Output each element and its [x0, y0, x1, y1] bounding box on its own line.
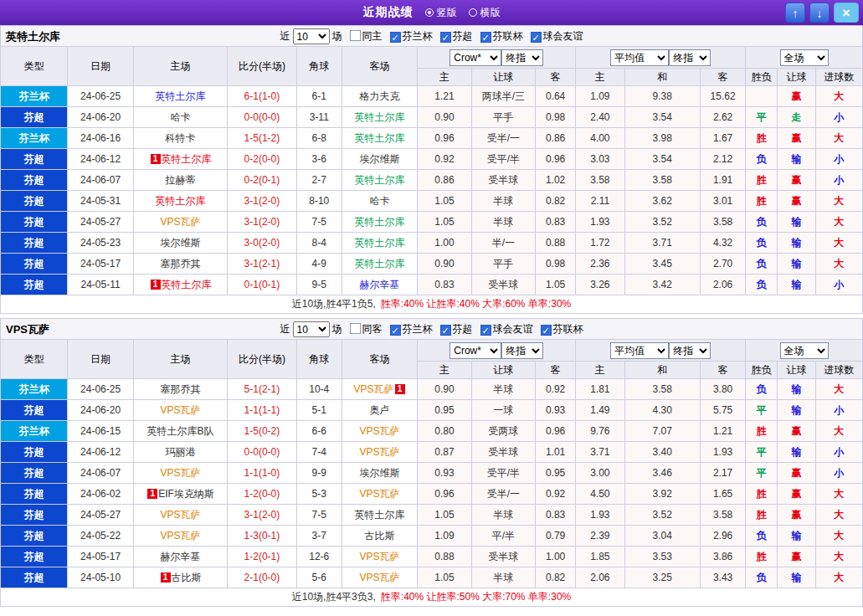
checkbox-checked-icon[interactable]: ✓ — [390, 32, 401, 43]
filter-checkbox-item[interactable]: ✓芬联杯 — [533, 323, 583, 335]
home-team-cell[interactable]: 赫尔辛基 — [133, 547, 228, 567]
crown-handicap: 受半球 — [471, 442, 535, 463]
crown-handicap: 受半球 — [471, 547, 535, 567]
close-button[interactable]: × — [834, 3, 859, 23]
euro-draw-odds: 3.58 — [624, 379, 700, 400]
home-team-cell[interactable]: 玛丽港 — [133, 442, 228, 463]
checkbox-unchecked-icon[interactable] — [350, 30, 361, 41]
filter-checkbox-label: 芬兰杯 — [403, 323, 433, 335]
home-team-cell[interactable]: 1古比斯 — [133, 567, 228, 588]
away-team-cell[interactable]: VPS瓦萨 — [342, 547, 417, 567]
away-team-cell[interactable]: VPS瓦萨 — [342, 442, 417, 463]
checkbox-checked-icon[interactable]: ✓ — [480, 32, 491, 43]
checkbox-checked-icon[interactable]: ✓ — [480, 325, 491, 336]
home-team-cell[interactable]: VPS瓦萨 — [133, 505, 228, 526]
result-cell: 负 — [746, 379, 778, 400]
euro-home-odds: 2.36 — [576, 254, 624, 275]
average-odds-select[interactable]: 平均值 — [610, 49, 669, 66]
checkbox-checked-icon[interactable]: ✓ — [440, 32, 451, 43]
filter-checkbox-item[interactable]: ✓芬联杯 — [473, 30, 523, 42]
home-team-cell[interactable]: 塞那乔其 — [133, 254, 228, 275]
home-team-cell[interactable]: VPS瓦萨 — [133, 212, 228, 233]
euro-stage-select[interactable]: 终指 — [669, 49, 711, 66]
home-team-cell[interactable]: 拉赫蒂 — [133, 170, 228, 191]
away-team-cell[interactable]: 英特土尔库 — [342, 107, 417, 128]
result-cell: 负 — [746, 275, 778, 295]
scroll-down-button[interactable]: ↓ — [809, 3, 830, 23]
titlebar: 近期战绩 竖版 横版 ↑ ↓ × — [0, 0, 863, 25]
checkbox-unchecked-icon[interactable] — [350, 323, 361, 334]
checkbox-checked-icon[interactable]: ✓ — [390, 325, 401, 336]
home-team-cell[interactable]: 埃尔维斯 — [133, 233, 228, 254]
away-team-cell[interactable]: VPS瓦萨 — [342, 567, 417, 588]
away-team-cell[interactable]: 英特土尔库 — [342, 233, 417, 254]
home-team-cell[interactable]: 塞那乔其 — [133, 379, 228, 400]
match-row: 芬超24-06-07VPS瓦萨1-1(1-0)9-9埃尔维斯0.93受平/半0.… — [1, 463, 863, 484]
crown-handicap: 半球 — [471, 379, 535, 400]
euro-home-odds: 2.11 — [576, 191, 624, 212]
filter-checkbox-item[interactable]: ✓芬超 — [433, 30, 473, 42]
away-team-cell[interactable]: 英特土尔库 — [342, 254, 417, 275]
sub-header-result: 胜负 — [746, 362, 778, 379]
layout-radio-vertical[interactable]: 竖版 — [425, 6, 457, 20]
crown-away-odds: 0.96 — [535, 149, 575, 170]
away-team-cell[interactable]: 英特土尔库 — [342, 170, 417, 191]
filter-checkbox-item[interactable]: ✓芬兰杯 — [383, 323, 433, 335]
result-cell: 平 — [746, 442, 778, 463]
home-team-cell[interactable]: VPS瓦萨 — [133, 526, 228, 547]
match-count-select[interactable]: 10 — [293, 28, 330, 44]
away-team-cell[interactable]: VPS瓦萨 — [342, 421, 417, 442]
home-team-cell[interactable]: 英特土尔库 — [133, 86, 228, 107]
away-team-cell[interactable]: 赫尔辛基 — [342, 275, 417, 295]
filter-checkbox-item[interactable]: ✓球会友谊 — [473, 323, 533, 335]
checkbox-checked-icon[interactable]: ✓ — [531, 32, 542, 43]
col-header-type: 类型 — [1, 47, 68, 86]
score-cell: 3-0(2-0) — [228, 233, 296, 254]
filter-checkbox-item[interactable]: ✓球会友谊 — [523, 30, 583, 42]
home-team-cell[interactable]: 科特卡 — [133, 128, 228, 149]
period-select[interactable]: 全场 — [780, 49, 829, 66]
checkbox-checked-icon[interactable]: ✓ — [541, 325, 552, 336]
away-team-cell[interactable]: 奥卢 — [342, 400, 417, 421]
home-team-cell[interactable]: 英特土尔库 — [133, 191, 228, 212]
layout-radio-horizontal[interactable]: 横版 — [469, 6, 501, 20]
away-team-cell[interactable]: 英特土尔库 — [342, 505, 417, 526]
away-team-cell[interactable]: 哈卡 — [342, 191, 417, 212]
away-team-cell[interactable]: VPS瓦萨 — [342, 484, 417, 505]
away-team-cell[interactable]: 埃尔维斯 — [342, 463, 417, 484]
away-team-cell[interactable]: 英特土尔库 — [342, 128, 417, 149]
home-team-cell[interactable]: 1EIF埃克纳斯 — [133, 484, 228, 505]
bookmaker-select[interactable]: Crow* — [449, 342, 501, 359]
euro-home-odds: 3.00 — [576, 463, 624, 484]
away-team-cell[interactable]: 格力夫克 — [342, 86, 417, 107]
bookmaker-select[interactable]: Crow* — [449, 49, 501, 66]
col-header-away: 客场 — [342, 47, 417, 86]
red-card-badge: 1 — [147, 489, 157, 499]
home-team-cell[interactable]: 1英特土尔库 — [133, 149, 228, 170]
handicap-result-cell: 输 — [778, 442, 815, 463]
radio-selected-icon — [425, 8, 434, 17]
filter-checkbox-item[interactable]: ✓芬兰杯 — [383, 30, 433, 42]
average-odds-select[interactable]: 平均值 — [610, 342, 669, 359]
away-team-cell[interactable]: 古比斯 — [342, 526, 417, 547]
home-team-cell[interactable]: 英特土尔库B队 — [133, 421, 228, 442]
red-card-badge: 1 — [161, 572, 171, 583]
checkbox-checked-icon[interactable]: ✓ — [440, 325, 451, 336]
odds-stage-select[interactable]: 终指 — [501, 49, 543, 66]
filter-checkbox-item[interactable]: ✓芬超 — [433, 323, 473, 335]
home-team-cell[interactable]: 1英特土尔库 — [133, 275, 228, 295]
period-select[interactable]: 全场 — [780, 342, 829, 359]
home-team-cell[interactable]: 哈卡 — [133, 107, 228, 128]
scroll-up-button[interactable]: ↑ — [785, 3, 805, 23]
match-count-select[interactable]: 10 — [293, 321, 330, 337]
crown-home-odds: 0.93 — [418, 463, 471, 484]
away-team-cell[interactable]: 英特土尔库 — [342, 212, 417, 233]
euro-stage-select[interactable]: 终指 — [669, 342, 711, 359]
away-team-cell[interactable]: 埃尔维斯 — [342, 149, 417, 170]
filter-checkbox-item[interactable]: 同主 — [342, 30, 383, 42]
odds-stage-select[interactable]: 终指 — [501, 342, 543, 359]
filter-checkbox-item[interactable]: 同客 — [342, 323, 383, 335]
away-team-cell[interactable]: VPS瓦萨1 — [342, 379, 417, 400]
home-team-cell[interactable]: VPS瓦萨 — [133, 463, 228, 484]
home-team-cell[interactable]: VPS瓦萨 — [133, 400, 228, 421]
